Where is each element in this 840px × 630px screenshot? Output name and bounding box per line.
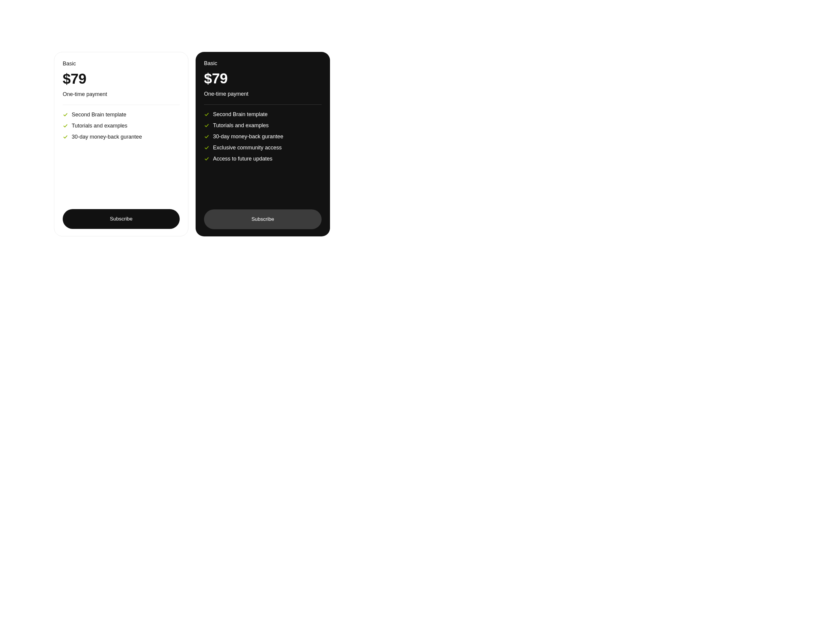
check-icon	[204, 145, 209, 150]
feature-item: Tutorials and examples	[204, 122, 322, 129]
feature-item: Access to future updates	[204, 156, 322, 162]
feature-list: Second Brain template Tutorials and exam…	[204, 111, 322, 209]
pricing-card-dark: Basic $79 One-time payment Second Brain …	[196, 52, 330, 237]
feature-item: Second Brain template	[204, 111, 322, 118]
check-icon	[204, 134, 209, 139]
feature-item: Exclusive community access	[204, 145, 322, 151]
plan-name: Basic	[63, 61, 180, 67]
feature-label: Access to future updates	[213, 156, 272, 162]
feature-item: 30-day money-back gurantee	[204, 134, 322, 140]
check-icon	[204, 156, 209, 161]
subscribe-button[interactable]: Subscribe	[63, 209, 180, 229]
payment-type: One-time payment	[204, 91, 322, 97]
feature-label: 30-day money-back gurantee	[213, 134, 283, 140]
check-icon	[63, 134, 68, 139]
feature-item: Second Brain template	[63, 112, 180, 118]
plan-name: Basic	[204, 60, 322, 66]
feature-label: 30-day money-back gurantee	[72, 134, 142, 140]
check-icon	[204, 123, 209, 128]
subscribe-button[interactable]: Subscribe	[204, 209, 322, 229]
feature-label: Tutorials and examples	[72, 123, 127, 129]
feature-list: Second Brain template Tutorials and exam…	[63, 112, 180, 209]
divider	[204, 104, 322, 105]
feature-label: Exclusive community access	[213, 145, 282, 151]
check-icon	[204, 112, 209, 117]
feature-item: 30-day money-back gurantee	[63, 134, 180, 140]
check-icon	[63, 112, 68, 117]
feature-label: Tutorials and examples	[213, 122, 268, 129]
feature-label: Second Brain template	[72, 112, 126, 118]
payment-type: One-time payment	[63, 91, 180, 98]
feature-label: Second Brain template	[213, 111, 268, 118]
feature-item: Tutorials and examples	[63, 123, 180, 129]
plan-price: $79	[63, 71, 180, 87]
pricing-card-light: Basic $79 One-time payment Second Brain …	[54, 52, 188, 237]
check-icon	[63, 123, 68, 128]
plan-price: $79	[204, 70, 322, 87]
